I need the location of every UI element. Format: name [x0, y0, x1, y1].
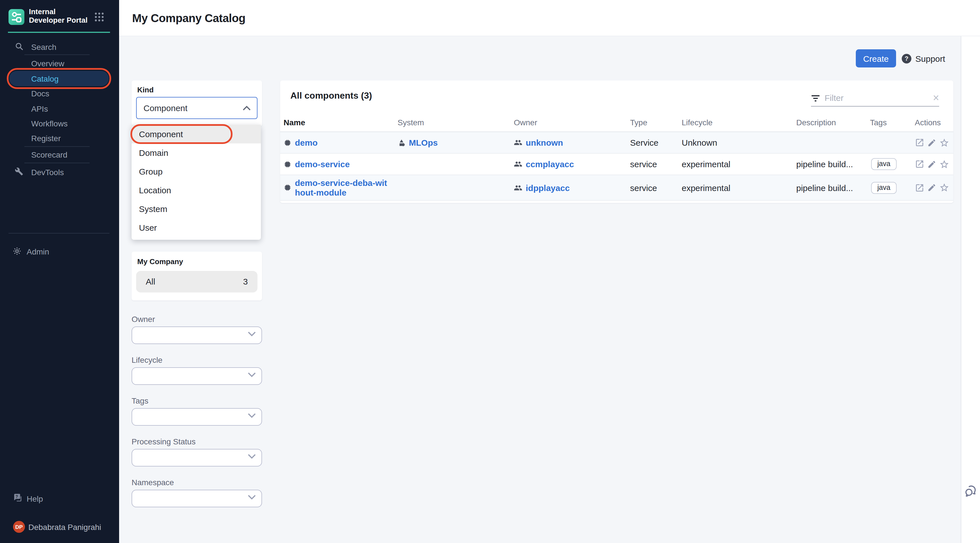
edit-pencil-icon[interactable] [927, 183, 936, 192]
create-button[interactable]: Create [856, 49, 896, 67]
edit-pencil-icon[interactable] [927, 138, 936, 147]
sidebar-item-register[interactable]: Register [31, 132, 61, 144]
tags-label: Tags [132, 396, 148, 405]
divider [24, 146, 90, 146]
all-label: All [146, 276, 155, 286]
entity-link[interactable]: demo-service [295, 159, 350, 169]
sidebar-item-devtools[interactable]: DevTools [31, 166, 64, 178]
owner-label: Owner [132, 314, 155, 324]
column-header-name[interactable]: Name [283, 113, 305, 132]
star-icon[interactable] [939, 159, 950, 169]
clear-filter-icon[interactable]: × [933, 93, 939, 102]
chevron-down-icon [248, 372, 256, 378]
sidebar-accent-divider [8, 32, 110, 33]
sidebar-item-apis[interactable]: APIs [31, 102, 48, 115]
apps-grid-icon[interactable] [94, 12, 104, 24]
type-value: service [630, 159, 657, 169]
chevron-down-icon [248, 332, 256, 337]
column-header-lifecycle: Lifecycle [682, 113, 713, 132]
star-icon[interactable] [939, 183, 950, 193]
table-row: demo-service ccmplayacc service experime… [280, 154, 953, 175]
my-company-card: My Company All 3 [132, 252, 262, 300]
kind-option-system[interactable]: System [132, 200, 261, 218]
table-row: demo MLOps unknown Service Unknown [280, 132, 953, 154]
component-chip-icon [283, 184, 291, 192]
lifecycle-value: Unknown [682, 138, 717, 148]
wrench-icon [15, 167, 23, 178]
open-in-new-icon[interactable] [915, 159, 924, 169]
sidebar: Internal Developer Portal Search Overvie… [0, 0, 119, 543]
page-header: My Company Catalog [119, 0, 980, 36]
namespace-select[interactable] [132, 490, 262, 507]
table-filter-input[interactable] [825, 93, 928, 103]
kind-dropdown-menu: Component Domain Group Location System U… [132, 125, 261, 240]
entity-link[interactable]: demo-service-deba-without-module [295, 178, 393, 197]
question-circle-icon: ? [902, 54, 912, 64]
content-area: Create ? Support Kind Component Componen… [119, 36, 980, 543]
table-title: All components (3) [290, 90, 372, 101]
type-value: service [630, 183, 657, 192]
sidebar-item-overview[interactable]: Overview [31, 57, 64, 70]
components-table-card: All components (3) × Name System Owner T… [280, 81, 953, 203]
sidebar-item-scorecard[interactable]: Scorecard [31, 148, 67, 161]
sidebar-item-admin[interactable]: Admin [27, 245, 49, 257]
lifecycle-value: experimental [682, 183, 730, 192]
processing-status-label: Processing Status [132, 437, 196, 446]
table-row: demo-service-deba-without-module idpplay… [280, 175, 953, 201]
tag-chip: java [871, 182, 897, 194]
app-logo-icon [8, 9, 24, 25]
gear-icon [13, 246, 22, 258]
edit-pencil-icon[interactable] [927, 160, 936, 168]
tags-select[interactable] [132, 408, 262, 426]
kind-select[interactable]: Component [136, 97, 258, 119]
kind-option-group[interactable]: Group [132, 162, 261, 181]
open-in-new-icon[interactable] [915, 183, 924, 192]
star-icon[interactable] [939, 137, 950, 148]
kind-label: Kind [137, 86, 154, 94]
open-in-new-icon[interactable] [915, 138, 924, 148]
kind-option-location[interactable]: Location [132, 181, 261, 200]
kind-option-user[interactable]: User [132, 218, 261, 237]
processing-status-select[interactable] [132, 449, 262, 467]
sidebar-item-catalog[interactable]: Catalog [9, 71, 109, 86]
lifecycle-value: experimental [682, 159, 730, 169]
owner-group-icon [514, 160, 522, 168]
owner-link[interactable]: idpplayacc [526, 183, 570, 192]
tag-chip: java [871, 158, 897, 170]
divider [24, 162, 90, 163]
column-header-actions: Actions [915, 113, 941, 132]
kind-select-value: Component [143, 103, 188, 113]
user-name[interactable]: Debabrata Panigrahi [29, 521, 101, 533]
sidebar-item-help[interactable]: Help [27, 492, 43, 505]
column-header-description: Description [796, 113, 836, 132]
lifecycle-label: Lifecycle [132, 356, 162, 364]
owner-select[interactable] [132, 327, 262, 344]
all-count: 3 [243, 276, 248, 286]
owner-link[interactable]: unknown [526, 138, 563, 148]
chevron-down-icon [248, 495, 256, 500]
filter-funnel-icon [811, 93, 820, 102]
chat-bubbles-icon[interactable] [964, 484, 978, 498]
chevron-down-icon [248, 454, 256, 459]
entity-link[interactable]: demo [295, 138, 318, 148]
user-avatar[interactable]: DP [13, 521, 25, 533]
table-filter-bar: × [811, 90, 939, 106]
divider [8, 233, 110, 233]
column-header-type: Type [630, 113, 648, 132]
support-label: Support [915, 54, 945, 64]
column-header-owner: Owner [514, 113, 537, 132]
system-link[interactable]: MLOps [409, 138, 438, 148]
kind-option-component[interactable]: Component [132, 125, 261, 143]
owner-group-icon [514, 183, 522, 192]
kind-filter-card: Kind Component [132, 81, 262, 126]
my-company-all-row[interactable]: All 3 [136, 271, 258, 292]
sidebar-item-search[interactable]: Search [31, 41, 56, 53]
sidebar-item-docs[interactable]: Docs [31, 87, 49, 100]
kind-option-domain[interactable]: Domain [132, 143, 261, 162]
help-icon: ? [13, 492, 23, 505]
lifecycle-select[interactable] [132, 367, 262, 385]
owner-link[interactable]: ccmplayacc [526, 159, 574, 169]
sidebar-item-workflows[interactable]: Workflows [31, 117, 68, 130]
description-value: pipeline build... [796, 159, 853, 169]
support-button[interactable]: ? Support [902, 54, 945, 64]
